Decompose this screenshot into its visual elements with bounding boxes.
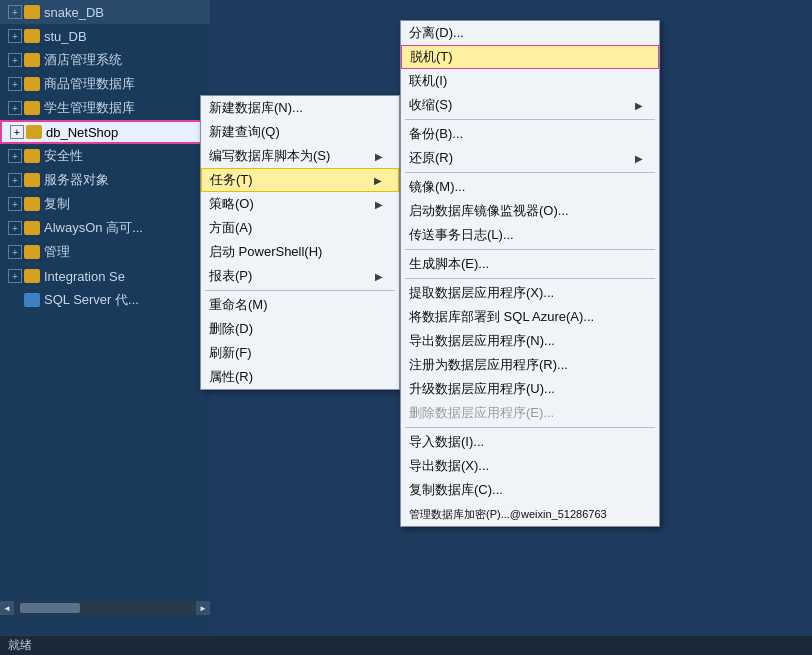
expand-icon[interactable]: +	[8, 29, 22, 43]
scroll-right-button[interactable]: ►	[196, 601, 210, 615]
tree-item-replication[interactable]: + 复制	[0, 192, 210, 216]
tree-label-security: 安全性	[44, 147, 83, 165]
folder-icon-integration	[24, 269, 40, 283]
menu-item-backup[interactable]: 备份(B)...	[401, 122, 659, 146]
tree-item-snake-db[interactable]: + snake_DB	[0, 0, 210, 24]
submenu-arrow: ▶	[375, 199, 383, 210]
expand-icon[interactable]: +	[8, 77, 22, 91]
status-bar: 就绪	[0, 635, 812, 655]
tree-label-management: 管理	[44, 243, 70, 261]
tree-item-security[interactable]: + 安全性	[0, 144, 210, 168]
scroll-thumb[interactable]	[20, 603, 80, 613]
folder-icon-server-objects	[24, 173, 40, 187]
tree-item-netshop-db[interactable]: + db_NetShop	[0, 120, 210, 144]
submenu-arrow: ▶	[635, 153, 643, 164]
expand-icon[interactable]: +	[8, 101, 22, 115]
menu-item-reports[interactable]: 报表(P) ▶	[201, 264, 399, 288]
menu-item-offline[interactable]: 脱机(T)	[401, 45, 659, 69]
tree-item-hotel-db[interactable]: + 酒店管理系统	[0, 48, 210, 72]
scrollbar-horizontal[interactable]: ◄ ►	[0, 601, 210, 615]
menu-separator-4	[405, 249, 655, 250]
db-icon-goods	[24, 77, 40, 91]
menu-item-import-data[interactable]: 导入数据(I)...	[401, 430, 659, 454]
menu-item-deploy-azure[interactable]: 将数据库部署到 SQL Azure(A)...	[401, 305, 659, 329]
menu-item-manage-encryption[interactable]: 管理数据库加密(P)...@weixin_51286763	[401, 502, 659, 526]
tree-label-replication: 复制	[44, 195, 70, 213]
tree-label-integration: Integration Se	[44, 269, 125, 284]
tree-panel: + snake_DB + stu_DB + 酒店管理系统 + 商品管理数据库 +…	[0, 0, 210, 635]
menu-item-refresh[interactable]: 刷新(F)	[201, 341, 399, 365]
menu-item-register-dac[interactable]: 注册为数据层应用程序(R)...	[401, 353, 659, 377]
menu-item-delete-dac[interactable]: 删除数据层应用程序(E)...	[401, 401, 659, 425]
tree-label-stu-db: stu_DB	[44, 29, 87, 44]
folder-icon-management	[24, 245, 40, 259]
context-menu-database: 新建数据库(N)... 新建查询(Q) 编写数据库脚本为(S) ▶ 任务(T) …	[200, 95, 400, 390]
submenu-arrow: ▶	[375, 151, 383, 162]
tree-label-netshop-db: db_NetShop	[46, 125, 118, 140]
menu-item-tasks[interactable]: 任务(T) ▶	[201, 168, 399, 192]
submenu-arrow: ▶	[375, 271, 383, 282]
expand-icon[interactable]: +	[8, 269, 22, 283]
db-icon-student	[24, 101, 40, 115]
tree-label-server-objects: 服务器对象	[44, 171, 109, 189]
menu-separator-1	[205, 290, 395, 291]
tree-label-hotel-db: 酒店管理系统	[44, 51, 122, 69]
expand-icon[interactable]: +	[8, 5, 22, 19]
tree-item-goods-db[interactable]: + 商品管理数据库	[0, 72, 210, 96]
tree-label-sql-agent: SQL Server 代...	[44, 291, 139, 309]
menu-item-upgrade-dac[interactable]: 升级数据层应用程序(U)...	[401, 377, 659, 401]
menu-item-export-dac[interactable]: 导出数据层应用程序(N)...	[401, 329, 659, 353]
folder-icon-security	[24, 149, 40, 163]
menu-item-mirror[interactable]: 镜像(M)...	[401, 175, 659, 199]
expand-icon[interactable]: +	[8, 149, 22, 163]
db-icon-netshop	[26, 125, 42, 139]
expand-icon[interactable]: +	[8, 197, 22, 211]
menu-item-copy-database[interactable]: 复制数据库(C)...	[401, 478, 659, 502]
menu-item-generate-scripts[interactable]: 生成脚本(E)...	[401, 252, 659, 276]
menu-item-new-query[interactable]: 新建查询(Q)	[201, 120, 399, 144]
menu-item-log-shipping[interactable]: 传送事务日志(L)...	[401, 223, 659, 247]
folder-icon-sql-agent	[24, 293, 40, 307]
scroll-left-button[interactable]: ◄	[0, 601, 14, 615]
folder-icon-replication	[24, 197, 40, 211]
menu-item-online[interactable]: 联机(I)	[401, 69, 659, 93]
menu-separator-2	[405, 119, 655, 120]
expand-icon[interactable]: +	[8, 221, 22, 235]
status-text: 就绪	[8, 637, 32, 654]
menu-item-restore[interactable]: 还原(R) ▶	[401, 146, 659, 170]
tree-label-snake-db: snake_DB	[44, 5, 104, 20]
expand-icon[interactable]: +	[8, 173, 22, 187]
tree-label-alwayson: AlwaysOn 高可...	[44, 219, 143, 237]
menu-item-new-database[interactable]: 新建数据库(N)...	[201, 96, 399, 120]
menu-item-facets[interactable]: 方面(A)	[201, 216, 399, 240]
tree-item-alwayson[interactable]: + AlwaysOn 高可...	[0, 216, 210, 240]
expand-icon[interactable]: +	[8, 53, 22, 67]
menu-item-mirror-monitor[interactable]: 启动数据库镜像监视器(O)...	[401, 199, 659, 223]
menu-item-rename[interactable]: 重命名(M)	[201, 293, 399, 317]
folder-icon-alwayson	[24, 221, 40, 235]
tree-item-server-objects[interactable]: + 服务器对象	[0, 168, 210, 192]
menu-item-policies[interactable]: 策略(O) ▶	[201, 192, 399, 216]
menu-item-properties[interactable]: 属性(R)	[201, 365, 399, 389]
tree-item-integration[interactable]: + Integration Se	[0, 264, 210, 288]
menu-separator-3	[405, 172, 655, 173]
context-menu-tasks: 分离(D)... 脱机(T) 联机(I) 收缩(S) ▶ 备份(B)... 还原…	[400, 20, 660, 527]
menu-item-export-data[interactable]: 导出数据(X)...	[401, 454, 659, 478]
menu-item-delete[interactable]: 删除(D)	[201, 317, 399, 341]
menu-item-script-database[interactable]: 编写数据库脚本为(S) ▶	[201, 144, 399, 168]
db-icon-snake	[24, 5, 40, 19]
db-icon-hotel	[24, 53, 40, 67]
menu-separator-5	[405, 278, 655, 279]
tree-item-stu-db[interactable]: + stu_DB	[0, 24, 210, 48]
db-icon-stu	[24, 29, 40, 43]
expand-icon[interactable]: +	[8, 245, 22, 259]
expand-icon[interactable]: +	[10, 125, 24, 139]
menu-item-detach[interactable]: 分离(D)...	[401, 21, 659, 45]
tree-item-sql-agent[interactable]: SQL Server 代...	[0, 288, 210, 312]
tree-item-management[interactable]: + 管理	[0, 240, 210, 264]
menu-item-powershell[interactable]: 启动 PowerShell(H)	[201, 240, 399, 264]
tree-item-student-db[interactable]: + 学生管理数据库	[0, 96, 210, 120]
menu-item-shrink[interactable]: 收缩(S) ▶	[401, 93, 659, 117]
menu-item-extract-dac[interactable]: 提取数据层应用程序(X)...	[401, 281, 659, 305]
menu-separator-6	[405, 427, 655, 428]
